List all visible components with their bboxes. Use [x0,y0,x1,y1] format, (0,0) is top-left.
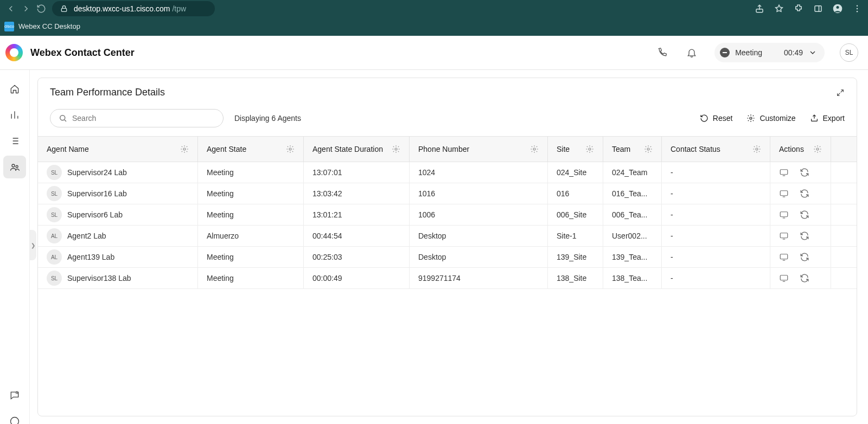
cell-phone: 1016 [410,183,548,204]
gear-icon[interactable] [644,145,653,153]
expand-icon[interactable] [836,88,845,97]
monitor-icon[interactable] [779,231,789,241]
nav-stats-icon[interactable] [3,104,26,126]
refresh-icon[interactable] [800,252,809,262]
col-actions[interactable]: Actions [770,137,831,162]
nav-home-icon[interactable] [3,78,26,100]
svg-point-14 [289,148,291,150]
table-row[interactable]: SLSupervisor16 LabMeeting13:03:421016016… [38,183,857,204]
cell-phone: 9199271174 [410,268,548,288]
reset-label: Reset [713,114,733,123]
app-logo-icon [5,44,23,61]
svg-rect-23 [780,212,788,217]
phone-icon[interactable] [652,42,673,63]
app-header: Webex Contact Center Meeting 00:49 SL [0,36,868,70]
monitor-icon[interactable] [779,189,789,198]
col-contact-status[interactable]: Contact Status [662,137,770,162]
nav-chat-icon[interactable] [3,384,26,407]
svg-point-18 [647,148,649,150]
refresh-icon[interactable] [800,210,809,220]
agent-avatar: SL [47,186,62,201]
tab-title[interactable]: Webex CC Desktop [18,22,80,30]
table-row[interactable]: ALAgent139 LabMeeting00:25:03Desktop139_… [38,247,857,268]
address-bar-row: desktop.wxcc-us1.cisco.com/tpw [0,0,868,17]
col-agent-state[interactable]: Agent State [198,137,304,162]
refresh-icon[interactable] [800,273,809,283]
nav-help-icon[interactable] [3,410,26,424]
team-performance-panel: Team Performance Details Displaying 6 Ag… [37,78,857,416]
gear-icon[interactable] [286,145,295,153]
svg-point-11 [60,115,65,120]
agent-status-selector[interactable]: Meeting 00:49 [714,43,825,62]
monitor-icon[interactable] [779,168,789,177]
table-row[interactable]: SLSupervisor24 LabMeeting13:07:011024024… [38,162,857,183]
gear-icon[interactable] [180,145,189,153]
gear-icon[interactable] [813,145,822,153]
table-row[interactable]: SLSupervisor6 LabMeeting13:01:211006006_… [38,204,857,226]
agent-avatar: SL [47,165,62,180]
agent-count-text: Displaying 6 Agents [234,114,301,123]
bell-icon[interactable] [681,42,703,63]
search-input-wrapper[interactable] [50,109,224,127]
table-row[interactable]: SLSupervisor138 LabMeeting00:00:49919927… [38,268,857,289]
cell-status: - [662,268,770,288]
refresh-icon[interactable] [800,189,809,198]
gear-icon[interactable] [392,145,400,153]
extensions-icon[interactable] [791,1,806,16]
kebab-icon[interactable] [850,1,865,16]
reset-button[interactable]: Reset [700,114,733,123]
side-expand-handle[interactable]: ❯ [30,230,36,260]
cell-team: 139_Tea... [603,247,662,267]
monitor-icon[interactable] [779,252,789,262]
svg-point-13 [183,148,186,150]
address-bar[interactable]: desktop.wxcc-us1.cisco.com/tpw [52,1,215,16]
table-row[interactable]: ALAgent2 LabAlmuerzo00:44:54DesktopSite-… [38,226,857,247]
left-nav [0,70,30,424]
cell-agent-name: SLSupervisor16 Lab [38,183,198,204]
share-icon[interactable] [752,1,767,16]
cell-team: User002... [603,226,662,246]
cell-phone: Desktop [410,247,548,267]
panel-icon[interactable] [810,1,826,16]
svg-rect-22 [780,191,788,196]
agent-name: Supervisor6 Lab [67,210,123,219]
gear-icon[interactable] [530,145,539,153]
nav-team-icon[interactable] [3,156,26,178]
gear-icon [746,114,755,123]
cell-dur: 00:25:03 [304,247,410,267]
col-site[interactable]: Site [548,137,603,162]
cell-dur: 13:03:42 [304,183,410,204]
refresh-icon[interactable] [800,168,809,177]
monitor-icon[interactable] [779,210,789,220]
col-team[interactable]: Team [603,137,662,162]
cell-team: 006_Tea... [603,204,662,225]
user-avatar[interactable]: SL [840,43,858,62]
agent-name: Agent2 Lab [67,232,106,240]
reload-icon[interactable] [34,1,49,16]
col-duration[interactable]: Agent State Duration [304,137,410,162]
refresh-icon[interactable] [800,231,809,241]
gear-icon[interactable] [585,145,594,153]
agent-name: Supervisor16 Lab [67,189,127,198]
nav-list-icon[interactable] [3,130,26,152]
cell-state: Meeting [198,268,304,288]
forward-icon[interactable] [18,1,34,16]
customize-label: Customize [760,114,795,123]
cell-site: 016 [548,183,603,204]
agent-avatar: SL [47,271,62,286]
svg-rect-21 [780,170,788,175]
col-phone[interactable]: Phone Number [410,137,548,162]
gear-icon[interactable] [752,145,761,153]
star-icon[interactable] [771,1,787,16]
cell-status: - [662,183,770,204]
export-button[interactable]: Export [810,114,845,123]
back-icon[interactable] [3,1,18,16]
profile-icon[interactable] [830,1,845,16]
agent-name: Supervisor138 Lab [67,274,131,282]
col-agent-name[interactable]: Agent Name [38,137,198,162]
customize-button[interactable]: Customize [746,114,795,123]
search-input[interactable] [72,114,215,123]
chevron-down-icon [808,48,817,57]
svg-rect-25 [780,254,788,259]
monitor-icon[interactable] [779,273,789,283]
